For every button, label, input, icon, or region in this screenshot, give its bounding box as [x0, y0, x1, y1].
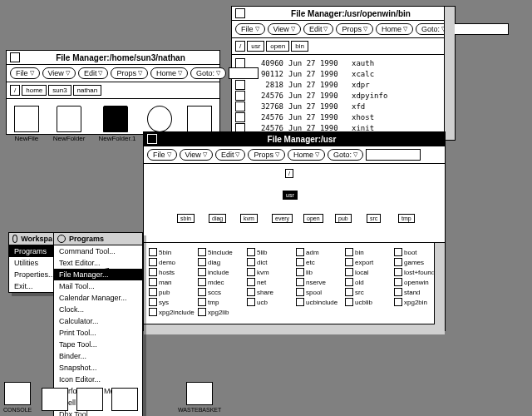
goto-input[interactable] [366, 149, 421, 161]
grid-item[interactable]: diag [198, 258, 244, 266]
grid-item[interactable]: sys [149, 298, 195, 306]
app-icon[interactable] [76, 388, 103, 413]
goto-label[interactable]: Goto:▽ [190, 67, 226, 79]
grid-item[interactable]: spool [296, 288, 342, 296]
menu-item-utilities[interactable]: Utilities [9, 257, 56, 269]
titlebar[interactable]: File Manager:/usr/openwin/bin [232, 7, 455, 21]
file-menu[interactable]: File▽ [147, 149, 177, 161]
tree-node[interactable]: every [272, 214, 293, 223]
grid-item[interactable]: lost+found [394, 268, 440, 276]
window-usr[interactable]: File Manager:/usr File▽ View▽ Edit▽ Prop… [143, 131, 446, 331]
grid-item[interactable]: hosts [149, 268, 195, 276]
edit-menu[interactable]: Edit▽ [78, 67, 109, 79]
list-row[interactable]: 32768Jun 27 1990xfd [235, 102, 451, 112]
window-openwin-bin[interactable]: File Manager:/usr/openwin/bin File▽ View… [231, 6, 456, 141]
grid-item[interactable]: openwin [394, 278, 440, 286]
grid-item[interactable]: man [149, 278, 195, 286]
grid-item[interactable]: old [345, 278, 391, 286]
tree-node[interactable]: kvm [240, 214, 258, 223]
app-icon[interactable] [42, 388, 68, 413]
menu-item-properties[interactable]: Properties... [9, 269, 56, 280]
grid-item[interactable]: lib [296, 268, 342, 276]
home-menu[interactable]: Home▽ [288, 149, 325, 161]
grid-item[interactable]: xpg2bin [394, 298, 440, 306]
path-seg[interactable]: bin [291, 41, 308, 52]
grid-item[interactable]: kvm [247, 268, 293, 276]
menu-item[interactable]: Calendar Manager... [54, 292, 142, 304]
grid-item[interactable]: ucb [247, 298, 293, 306]
grid-item[interactable]: pub [149, 288, 195, 296]
view-menu[interactable]: View▽ [268, 23, 301, 35]
view-menu[interactable]: View▽ [180, 149, 213, 161]
grid-item[interactable]: bin [345, 248, 391, 256]
file-menu[interactable]: File▽ [235, 23, 265, 35]
wastebasket-icon[interactable]: WASTEBASKET [178, 382, 221, 413]
grid-item[interactable]: 5include [198, 248, 244, 256]
view-menu[interactable]: View▽ [42, 67, 76, 79]
grid-item[interactable]: local [345, 268, 391, 276]
grid-item[interactable]: src [345, 288, 391, 296]
path-seg[interactable]: / [235, 41, 245, 52]
list-row[interactable]: 40960Jun 27 1990xauth [235, 58, 451, 69]
goto-label[interactable]: Goto:▽ [328, 149, 363, 161]
grid-item[interactable]: include [198, 268, 244, 276]
path-seg[interactable]: sun3 [48, 85, 71, 96]
window-home-nathan[interactable]: File Manager:/home/sun3/nathan File▽ Vie… [6, 50, 220, 135]
file-icon[interactable]: NewFile [13, 106, 40, 142]
scrollbar[interactable] [434, 243, 445, 334]
path-seg[interactable]: usr [247, 41, 264, 52]
grid-item[interactable]: net [247, 278, 293, 286]
grid-item[interactable]: ucbinclude [296, 298, 342, 306]
pushpin-icon[interactable] [12, 235, 17, 243]
grid-item[interactable]: nserve [296, 278, 342, 286]
list-row[interactable]: 24576Jun 27 1990xdpyinfo [235, 91, 451, 102]
grid-item[interactable]: demo [149, 258, 195, 266]
path-seg[interactable]: nathan [73, 85, 101, 96]
grid-item[interactable]: 5lib [247, 248, 293, 256]
edit-menu[interactable]: Edit▽ [215, 149, 246, 161]
menu-item[interactable]: Print Tool... [54, 327, 142, 339]
grid-item[interactable]: adm [296, 248, 342, 256]
grid-item[interactable]: export [345, 258, 391, 266]
home-menu[interactable]: Home▽ [150, 67, 188, 79]
tree-node[interactable]: diag [209, 214, 226, 223]
props-menu[interactable]: Props▽ [336, 23, 373, 35]
tree-node[interactable]: sbin [177, 214, 195, 223]
path-seg[interactable]: home [22, 85, 47, 96]
edit-menu[interactable]: Edit▽ [303, 23, 334, 35]
menu-item[interactable]: Binder... [54, 350, 142, 362]
tree-root[interactable]: / [285, 169, 293, 178]
props-menu[interactable]: Props▽ [248, 149, 285, 161]
menu-item[interactable]: Command Tool... [54, 245, 142, 257]
tree-view[interactable]: / usr sbindiagkvmeveryopenpubsrctmp [144, 164, 445, 243]
file-icon[interactable]: NewFolder [53, 106, 86, 142]
grid-item[interactable]: xpg2include [149, 308, 195, 316]
grid-item[interactable]: 5bin [149, 248, 195, 256]
props-menu[interactable]: Props▽ [111, 67, 148, 79]
pushpin-icon[interactable] [57, 235, 66, 243]
app-icon[interactable] [111, 388, 138, 413]
menu-item[interactable]: Mail Tool... [54, 280, 142, 292]
grid-item[interactable]: share [247, 288, 293, 296]
menu-item[interactable]: File Manager... [54, 269, 142, 280]
file-menu[interactable]: File▽ [10, 67, 40, 79]
titlebar[interactable]: File Manager:/home/sun3/nathan [7, 51, 219, 65]
menu-item[interactable]: Snapshot... [54, 362, 142, 374]
list-row[interactable]: 90112Jun 27 1990xcalc [235, 69, 451, 80]
goto-input[interactable] [454, 23, 509, 35]
tree-node[interactable]: tmp [398, 214, 415, 223]
menu-item-exit[interactable]: Exit... [9, 280, 56, 292]
close-icon[interactable] [10, 52, 20, 62]
menu-item[interactable]: Icon Editor... [54, 374, 142, 385]
grid-item[interactable]: games [394, 258, 440, 266]
grid-item[interactable]: dict [247, 258, 293, 266]
path-seg[interactable]: open [266, 41, 289, 52]
tree-node[interactable]: open [303, 214, 323, 223]
list-row[interactable]: 2818Jun 27 1990xdpr [235, 80, 451, 91]
tree-selected[interactable]: usr [283, 191, 298, 200]
menu-item-programs[interactable]: Programs [9, 245, 56, 257]
menu-item[interactable]: Text Editor... [54, 257, 142, 269]
grid-item[interactable]: mdec [198, 278, 244, 286]
hscrollbar[interactable] [144, 324, 435, 334]
close-icon[interactable] [147, 134, 157, 144]
